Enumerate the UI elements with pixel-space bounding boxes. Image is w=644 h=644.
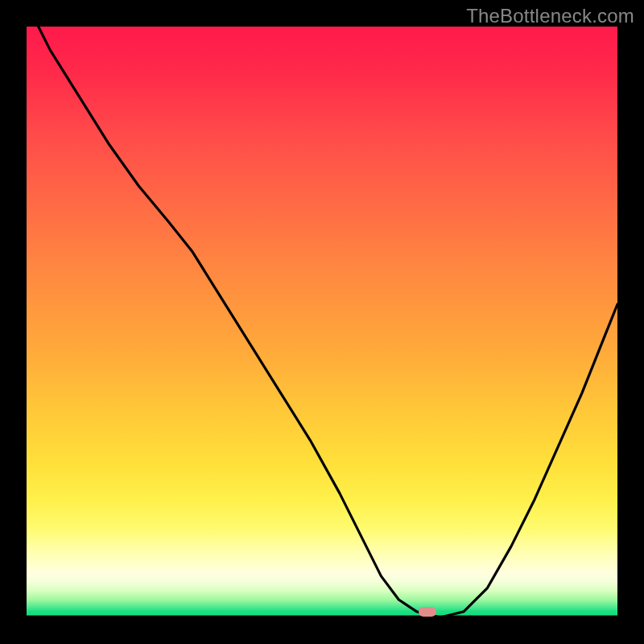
- chart-frame: TheBottleneck.com: [0, 0, 644, 644]
- bottleneck-curve-svg: [27, 27, 617, 617]
- optimal-point-marker: [419, 607, 436, 617]
- watermark-text: TheBottleneck.com: [466, 5, 634, 27]
- plot-area: [27, 27, 617, 617]
- bottleneck-curve-line: [27, 27, 617, 617]
